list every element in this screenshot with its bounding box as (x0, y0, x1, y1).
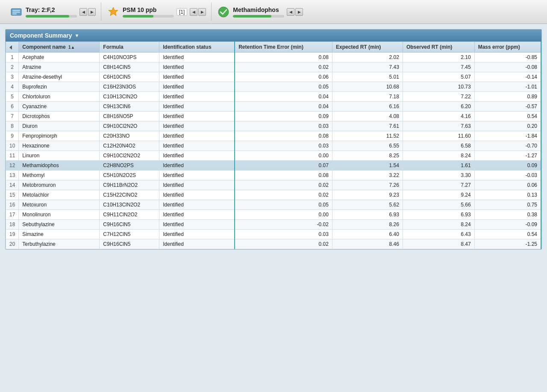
compound-nav[interactable]: ◀ ▶ (287, 8, 303, 16)
table-cell: 0.03 (235, 141, 332, 151)
table-cell: Sebuthylazine (19, 220, 100, 230)
table-cell: 0.75 (474, 200, 541, 210)
compound-next-button[interactable]: ▶ (295, 8, 303, 16)
panel-dropdown-arrow[interactable]: ▼ (74, 33, 79, 38)
tray-next-button[interactable]: ▶ (88, 8, 96, 16)
table-row[interactable]: 11LinuronC9H10Cl2N2O2Identified0.008.258… (6, 151, 541, 161)
svg-marker-4 (109, 7, 118, 16)
psm-progress-bar (123, 15, 174, 18)
compound-label-group: Methamidophos (233, 6, 284, 18)
table-cell: Linuron (19, 151, 100, 161)
psm-next-button[interactable]: ▶ (198, 8, 206, 16)
table-cell: Chlortoluron (19, 92, 100, 102)
tray-prev-button[interactable]: ◀ (79, 8, 87, 16)
col-mass-error-label: Mass error (ppm) (478, 44, 520, 50)
compound-label: Methamidophos (233, 6, 284, 13)
table-cell: 0.08 (235, 131, 332, 141)
table-header-row: Component name 1▲ Formula Identification… (6, 42, 541, 53)
table-cell: Identified (159, 161, 235, 171)
table-cell: 3.22 (332, 171, 403, 180)
table-cell: 5.01 (332, 72, 403, 82)
table-cell: 0.08 (235, 171, 332, 180)
table-row[interactable]: 6CyanazineC9H13ClN6Identified0.046.166.2… (6, 102, 541, 112)
table-body: 1AcephateC4H10NO3PSIdentified0.082.022.1… (6, 53, 541, 249)
table-cell: 16 (6, 200, 19, 210)
svg-rect-1 (12, 10, 20, 11)
table-row[interactable]: 15MetolachlorC15H22ClNO2Identified0.029.… (6, 190, 541, 200)
table-cell: 7.27 (403, 180, 474, 190)
table-cell: 6.43 (403, 230, 474, 239)
table-row[interactable]: 12MethamidophosC2H8NO2PSIdentified0.071.… (6, 161, 541, 171)
table-cell: 0.06 (474, 180, 541, 190)
table-row[interactable]: 17MonolinuronC9H11ClN2O2Identified0.006.… (6, 210, 541, 220)
table-row[interactable]: 8DiuronC9H10Cl2N2OIdentified0.037.617.63… (6, 121, 541, 131)
table-cell: 7.61 (332, 121, 403, 131)
table-cell: 6.93 (403, 210, 474, 220)
table-cell: 0.20 (474, 121, 541, 131)
table-row[interactable]: 3Atrazine-desethylC6H10ClN5Identified0.0… (6, 72, 541, 82)
psm-nav[interactable]: ◀ ▶ (190, 8, 206, 16)
compound-prev-button[interactable]: ◀ (287, 8, 294, 16)
table-cell: 2 (6, 62, 19, 72)
table-cell: 6 (6, 102, 19, 112)
table-row[interactable]: 18SebuthylazineC9H16ClN5Identified-0.028… (6, 220, 541, 230)
table-cell: Identified (159, 239, 235, 249)
table-cell: Identified (159, 131, 235, 141)
table-cell: 6.93 (332, 210, 403, 220)
table-cell: 0.05 (235, 200, 332, 210)
col-observed-rt-label: Observed RT (min) (406, 44, 452, 50)
table-row[interactable]: 5ChlortoluronC10H13ClN2OIdentified0.047.… (6, 92, 541, 102)
table-row[interactable]: 10HexazinoneC12H20N4O2Identified0.036.55… (6, 141, 541, 151)
tray-section: Tray: 2:F,2 ◀ ▶ (4, 3, 101, 21)
table-cell: -1.01 (474, 82, 541, 92)
compound-section: Methamidophos ◀ ▶ (212, 3, 308, 21)
table-cell: Methamidophos (19, 161, 100, 171)
table-cell: Metoxuron (19, 200, 100, 210)
table-cell: 18 (6, 220, 19, 230)
svg-rect-2 (12, 12, 20, 13)
table-cell: 1 (6, 53, 19, 62)
psm-prev-button[interactable]: ◀ (190, 8, 197, 16)
col-header-id-status: Identification status (159, 42, 235, 53)
table-cell: 5.62 (332, 200, 403, 210)
table-cell: 0.02 (235, 239, 332, 249)
table-row[interactable]: 20TerbuthylazineC9H16ClN5Identified0.028… (6, 239, 541, 249)
table-cell: -1.27 (474, 151, 541, 161)
col-formula-label: Formula (103, 44, 123, 50)
table-cell: C9H10Cl2N2O (100, 121, 159, 131)
table-cell: C9H11ClN2O2 (100, 210, 159, 220)
table-cell: Buprofezin (19, 82, 100, 92)
table-cell: -0.14 (474, 72, 541, 82)
table-row[interactable]: 1AcephateC4H10NO3PSIdentified0.082.022.1… (6, 53, 541, 62)
table-cell: 13 (6, 171, 19, 180)
table-row[interactable]: 13MethomylC5H10N2O2SIdentified0.083.223.… (6, 171, 541, 180)
table-cell: 0.00 (235, 210, 332, 220)
table-cell: 8.24 (403, 151, 474, 161)
table-cell: 11.60 (403, 131, 474, 141)
table-cell: 7 (6, 112, 19, 121)
psm-section: PSM 10 ppb [1] ◀ ▶ (101, 3, 212, 21)
col-header-component-name[interactable]: Component name 1▲ (19, 42, 100, 53)
tray-progress-fill (26, 15, 69, 18)
table-cell: 10.68 (332, 82, 403, 92)
table-row[interactable]: 4BuprofezinC16H23N3OSIdentified0.0510.68… (6, 82, 541, 92)
table-row[interactable]: 9FenpropimorphC20H33NOIdentified0.0811.5… (6, 131, 541, 141)
tray-nav[interactable]: ◀ ▶ (79, 8, 96, 16)
table-row[interactable]: 16MetoxuronC10H13ClN2O2Identified0.055.6… (6, 200, 541, 210)
panel-header: Component Summary ▼ (6, 29, 541, 41)
table-cell: Fenpropimorph (19, 131, 100, 141)
table-cell: 0.03 (235, 121, 332, 131)
table-cell: 8.24 (403, 220, 474, 230)
table-cell: 6.20 (403, 102, 474, 112)
table-cell: C10H13ClN2O2 (100, 200, 159, 210)
table-row[interactable]: 14MetobromuronC9H11BrN2O2Identified0.027… (6, 180, 541, 190)
table-cell: 7.18 (332, 92, 403, 102)
table-row[interactable]: 7DicrotophosC8H16NO5PIdentified0.094.084… (6, 112, 541, 121)
table-row[interactable]: 2AtrazineC8H14ClN5Identified0.027.437.45… (6, 62, 541, 72)
component-summary-panel: Component Summary ▼ Component name 1▲ Fo… (5, 29, 542, 250)
table-cell: Identified (159, 72, 235, 82)
sort-asc-icon: 1▲ (68, 45, 75, 50)
main-content: Component Summary ▼ Component name 1▲ Fo… (0, 24, 547, 392)
table-cell: -0.85 (474, 53, 541, 62)
table-row[interactable]: 19SimazineC7H12ClN5Identified0.036.406.4… (6, 230, 541, 239)
